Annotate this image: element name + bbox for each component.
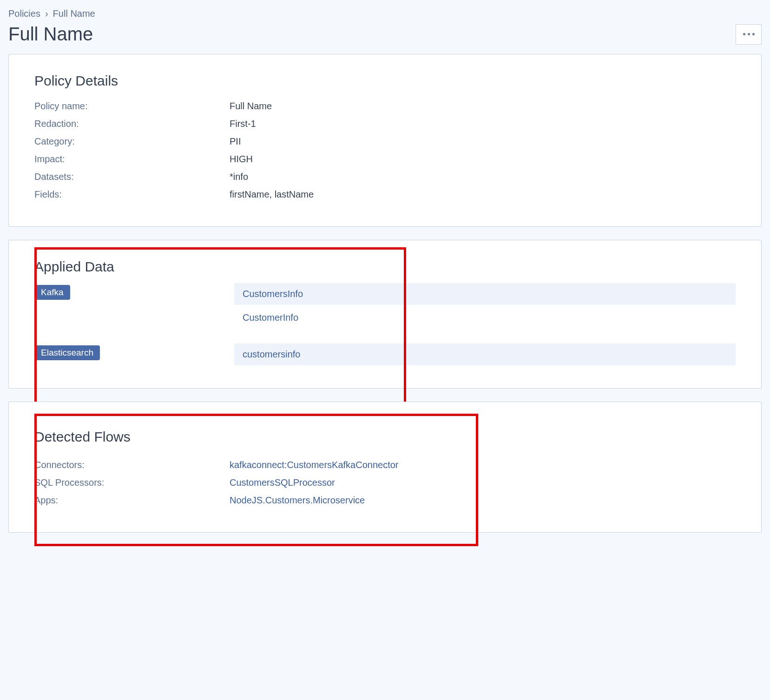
label-category: Category:: [34, 132, 230, 150]
link-connectors[interactable]: kafkaconnect:CustomersKafkaConnector: [230, 456, 399, 474]
row-impact: Impact: HIGH: [34, 150, 736, 168]
value-impact: HIGH: [230, 150, 253, 168]
value-fields: firstName, lastName: [230, 185, 314, 203]
row-redaction: Redaction: First-1: [34, 115, 736, 132]
value-policy-name: Full Name: [230, 97, 272, 115]
link-apps[interactable]: NodeJS.Customers.Microservice: [230, 491, 365, 509]
row-category: Category: PII: [34, 132, 736, 150]
label-connectors: Connectors:: [34, 456, 230, 474]
row-datasets: Datasets: *info: [34, 168, 736, 185]
row-sql-processors: SQL Processors: CustomersSQLProcessor: [34, 474, 736, 491]
tag-kafka[interactable]: Kafka: [34, 285, 70, 300]
detected-flows-card: Detected Flows Connectors: kafkaconnect:…: [8, 402, 762, 533]
label-fields: Fields:: [34, 185, 230, 203]
dataset-link[interactable]: customersinfo: [234, 343, 736, 365]
dataset-link[interactable]: CustomersInfo: [234, 283, 736, 305]
row-fields: Fields: firstName, lastName: [34, 185, 736, 203]
value-datasets: *info: [230, 168, 248, 185]
breadcrumb-current: Full Name: [53, 8, 95, 19]
policy-details-heading: Policy Details: [34, 73, 736, 89]
label-datasets: Datasets:: [34, 168, 230, 185]
applied-data-heading: Applied Data: [34, 259, 736, 275]
label-redaction: Redaction:: [34, 115, 230, 132]
tag-elasticsearch[interactable]: Elasticsearch: [34, 345, 100, 360]
row-policy-name: Policy name: Full Name: [34, 97, 736, 115]
ellipsis-icon: [743, 33, 745, 35]
applied-group-elasticsearch: Elasticsearch customersinfo: [34, 343, 736, 367]
row-apps: Apps: NodeJS.Customers.Microservice: [34, 491, 736, 509]
label-sql-processors: SQL Processors:: [34, 474, 230, 491]
dataset-link[interactable]: CustomerInfo: [234, 307, 736, 329]
breadcrumb: Policies › Full Name: [8, 8, 762, 19]
applied-data-card: Applied Data Kafka CustomersInfo Custome…: [8, 240, 762, 389]
breadcrumb-root-link[interactable]: Policies: [8, 8, 40, 19]
chevron-right-icon: ›: [45, 8, 48, 19]
more-actions-button[interactable]: [736, 24, 762, 45]
value-redaction: First-1: [230, 115, 256, 132]
applied-group-kafka: Kafka CustomersInfo CustomerInfo: [34, 283, 736, 330]
value-category: PII: [230, 132, 241, 150]
row-connectors: Connectors: kafkaconnect:CustomersKafkaC…: [34, 456, 736, 474]
label-apps: Apps:: [34, 491, 230, 509]
label-policy-name: Policy name:: [34, 97, 230, 115]
detected-flows-heading: Detected Flows: [34, 429, 736, 445]
label-impact: Impact:: [34, 150, 230, 168]
link-sql-processors[interactable]: CustomersSQLProcessor: [230, 474, 335, 491]
page-title: Full Name: [8, 24, 93, 45]
policy-details-card: Policy Details Policy name: Full Name Re…: [8, 54, 762, 227]
